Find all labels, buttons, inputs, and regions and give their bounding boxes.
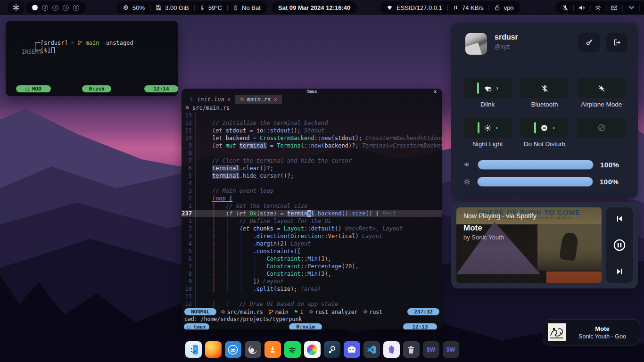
code-line[interactable]: 9 │ │ │ ]) Layout (182, 278, 442, 285)
workspace-1-active[interactable] (32, 5, 38, 10)
chevron-right-icon[interactable]: › (496, 85, 498, 91)
clock[interactable]: Sat 09 Mar 2024 12:16:40 (272, 1, 357, 14)
dock-trash[interactable] (403, 341, 420, 358)
dock-spotify[interactable] (284, 341, 301, 358)
code-line[interactable]: 9 let mut terminal = Terminal::new(backe… (182, 142, 442, 149)
previous-track-button[interactable] (615, 215, 624, 222)
dock-discord[interactable] (344, 341, 360, 358)
brightness-slider[interactable] (477, 177, 593, 187)
launcher-logo[interactable] (8, 1, 25, 14)
code-line[interactable]: 3 │ │ │ .direction(Direction::Vertical) … (182, 232, 442, 240)
code-line[interactable]: 10 │ │ │ .split(size); (area) (182, 285, 442, 293)
tmux-window-nvim[interactable]: 0:nvim (289, 323, 322, 329)
dock-glyph: $W (446, 346, 455, 353)
logout-button[interactable] (606, 33, 627, 52)
line-number: 5 (182, 247, 196, 255)
code-line[interactable]: 1 │ // Get the terminal size (182, 202, 442, 210)
toggle-bluetooth-button[interactable] (520, 78, 569, 98)
tmux-session-hud[interactable]: □ HUD (16, 85, 51, 92)
separator: | (149, 4, 152, 11)
dock-files[interactable] (185, 341, 202, 358)
tab-close-icon[interactable]: × (227, 96, 231, 103)
toggle-bluetooth: Bluetooth (520, 78, 569, 98)
code-line[interactable]: 2 │ │ let chunks = Layout::default() Vec… (182, 225, 442, 232)
line-number: 2 (182, 195, 196, 202)
winbar: ⚙ src/main.rs (182, 104, 442, 112)
network-status[interactable]: ESSID/127.0.0.1|74 KB/s|vpn (380, 1, 520, 14)
workspace-2[interactable]: 2 (42, 5, 48, 11)
code-line[interactable]: 11 let stdout = io::stdout(); Stdout (182, 127, 442, 134)
code-line[interactable]: 5 terminal.hide_cursor()?; (182, 172, 442, 180)
mic-muted-icon[interactable] (562, 5, 569, 11)
chevron-down-icon[interactable] (628, 5, 635, 11)
dock-firefox[interactable] (205, 341, 222, 358)
dock-steam[interactable] (324, 341, 340, 358)
line-number: 1 (182, 202, 196, 210)
code-line[interactable]: 4 │ │ │ .margin(2) Layout (182, 240, 442, 247)
code-line[interactable]: 237 │ if let Ok(size) = terminal.backend… (182, 210, 442, 217)
buffer-tabs: ☾init.lua×⚙main.rs× (182, 95, 442, 104)
dock-mpv[interactable] (245, 341, 261, 358)
code-line[interactable]: 12 │ │ // Draw UI based on app state (182, 300, 442, 308)
code-line[interactable]: 6 │ │ │ │ Constraint::Min(3), (182, 255, 442, 263)
cpu-icon (123, 5, 129, 10)
tab-main.rs[interactable]: ⚙main.rs× (235, 95, 282, 104)
code-line[interactable]: 5 │ │ │ .constraints([ (182, 247, 442, 255)
code-line[interactable]: 1 │ │ // Define layout for the UI (182, 217, 442, 225)
toggle-night-light-button[interactable]: › (463, 118, 512, 138)
pause-button[interactable] (613, 239, 626, 251)
toggle-airplane-mode-button[interactable] (577, 78, 626, 98)
code-area[interactable]: 1312 // Initialize the terminal backend1… (182, 112, 442, 308)
toggle-do-not-disturb-button[interactable]: › (520, 118, 569, 138)
dock-qbittorrent[interactable]: qb (225, 341, 241, 358)
volume-slider[interactable] (478, 160, 594, 170)
separator: | (193, 4, 196, 11)
code-line[interactable]: 8 │ │ │ │ Constraint::Min(3), (182, 270, 442, 278)
dock-wallet-2[interactable]: $W (443, 341, 459, 358)
code-line[interactable]: 3 // Main event loop (182, 187, 442, 195)
code-line[interactable]: 10 let backend = CrosstermBackend::new(s… (182, 134, 442, 142)
tab-init.lua[interactable]: ☾init.lua× (185, 95, 235, 104)
workspace-3[interactable]: 3 (52, 5, 58, 11)
volume-icon[interactable] (578, 5, 585, 11)
notification-album-thumb (548, 323, 566, 341)
avatar[interactable] (465, 33, 487, 55)
workspace-4[interactable]: 4 (63, 5, 69, 11)
chevron-right-icon[interactable]: › (496, 124, 498, 131)
code-line[interactable]: 6 terminal.clear()?; (182, 165, 442, 172)
tab-close-icon[interactable]: × (274, 96, 277, 103)
code-line[interactable]: 7 // Clear the terminal and hide the cur… (182, 157, 442, 165)
code-line[interactable]: 4 (182, 180, 442, 187)
code-line[interactable]: 2 loop { (182, 195, 442, 202)
dock-vscode[interactable] (363, 341, 380, 358)
dock-wallet-1[interactable]: $W (423, 341, 439, 358)
tmux-window-zsh[interactable]: 0:zsh (82, 85, 111, 92)
code-line[interactable]: 12 // Initialize the terminal backend (182, 119, 442, 127)
toggle-dlink-button[interactable]: › (463, 78, 512, 98)
dock-vlc[interactable] (264, 341, 281, 358)
statusline-rust: ⚙rust (363, 309, 382, 315)
next-track-button[interactable] (615, 268, 624, 275)
code-line[interactable]: 11 (182, 293, 442, 300)
notification-title: Mote (570, 325, 635, 332)
line-number: 12 (182, 119, 196, 127)
workspace-switcher: 2345 (25, 1, 86, 14)
code-line[interactable]: 7 │ │ │ │ Constraint::Percentage(70), (182, 263, 442, 270)
track-title: Mote (463, 223, 482, 233)
mail-icon[interactable] (611, 5, 618, 11)
dock-photos[interactable] (304, 341, 321, 358)
active-indicator (534, 122, 536, 133)
tmux-session-name[interactable]: □ tmux (184, 323, 209, 329)
toggle-extra-button[interactable] (577, 118, 626, 138)
workspace-5[interactable]: 5 (73, 5, 79, 11)
code-line[interactable]: 13 (182, 112, 442, 119)
password-button[interactable] (578, 33, 600, 52)
settings-icon[interactable] (595, 5, 601, 11)
code-line[interactable]: 8 (182, 149, 442, 157)
close-button[interactable]: x (434, 89, 437, 95)
terminal-window[interactable]: ┌─[srdusr] ~ main -unstaged └─[$] -- INS… (6, 21, 178, 96)
chevron-right-icon[interactable]: › (553, 124, 554, 131)
editor-window[interactable]: tmux x ☾init.lua×⚙main.rs× ⚙ src/main.rs… (182, 89, 442, 329)
toggle-night-light: ›Night Light (463, 118, 512, 138)
dock-obsidian[interactable] (383, 341, 400, 358)
